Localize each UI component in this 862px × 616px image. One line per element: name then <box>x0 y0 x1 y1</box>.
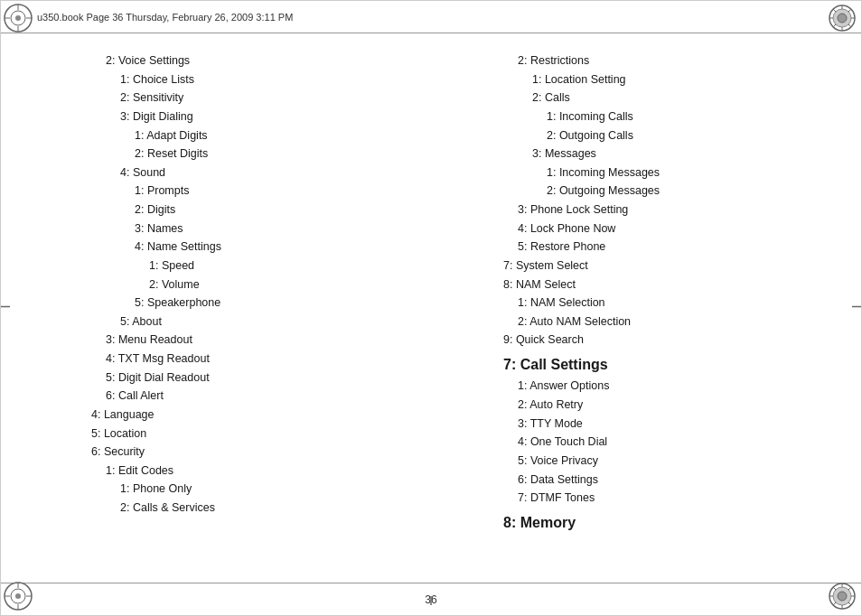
list-item: 2: Calls <box>503 89 843 107</box>
list-item: 5: Restore Phone <box>503 238 843 257</box>
list-item: 6: Call Alert <box>91 387 431 406</box>
corner-decoration-bl <box>3 581 35 613</box>
list-item: 5: Digit Dial Readout <box>91 369 431 387</box>
list-item: 1: Adapt Digits <box>91 126 431 145</box>
list-item: 1: Edit Codes <box>91 462 431 481</box>
list-item: 1: Incoming Calls <box>503 107 843 126</box>
list-item: 3: Digit Dialing <box>91 107 431 126</box>
svg-line-35 <box>833 587 836 590</box>
list-item: 5: Speakerphone <box>91 294 431 313</box>
right-column: 2: Restrictions1: Location Setting2: Cal… <box>449 51 861 565</box>
list-item: 2: Sensitivity <box>91 89 431 107</box>
corner-decoration-br <box>827 581 859 613</box>
list-item: 1: Prompts <box>91 182 431 201</box>
list-item: 5: Voice Privacy <box>503 452 843 471</box>
list-item: 3: Menu Readout <box>91 331 431 350</box>
list-item: 7: DTMF Tones <box>503 489 843 508</box>
svg-point-9 <box>838 14 847 23</box>
list-item: 4: Name Settings <box>91 238 431 257</box>
list-item: 2: Digits <box>91 201 431 219</box>
list-item: 2: Outgoing Calls <box>503 126 843 145</box>
svg-line-16 <box>848 9 851 12</box>
list-item: 2: Calls & Services <box>91 499 431 518</box>
header-text: u350.book Page 36 Thursday, February 26,… <box>37 12 293 23</box>
list-item: 1: Phone Only <box>91 480 431 499</box>
svg-point-30 <box>838 592 847 601</box>
list-item: 1: Choice Lists <box>91 70 431 89</box>
list-item: 2: Restrictions <box>503 51 843 70</box>
svg-line-14 <box>833 9 836 12</box>
svg-line-38 <box>833 602 836 605</box>
svg-line-37 <box>848 587 851 590</box>
list-item: 3: Names <box>91 219 431 238</box>
list-item: 2: Voice Settings <box>91 51 431 70</box>
list-item: 4: Lock Phone Now <box>503 219 843 238</box>
list-item: 3: TTY Mode <box>503 415 843 434</box>
list-item: 6: Data Settings <box>503 471 843 490</box>
list-item: 2: Auto Retry <box>503 396 843 415</box>
list-item: 4: TXT Msg Readout <box>91 350 431 369</box>
header-bar: u350.book Page 36 Thursday, February 26,… <box>1 1 861 33</box>
list-item: 5: About <box>91 313 431 331</box>
list-item: 2: Auto NAM Selection <box>503 313 843 331</box>
svg-point-2 <box>15 15 21 21</box>
list-item: 3: Messages <box>503 145 843 163</box>
page-container: u350.book Page 36 Thursday, February 26,… <box>0 0 862 616</box>
content-area: 2: Voice Settings1: Choice Lists2: Sensi… <box>1 33 861 583</box>
svg-point-22 <box>15 593 21 599</box>
list-item: 1: Incoming Messages <box>503 163 843 182</box>
svg-line-36 <box>848 602 851 605</box>
list-item: 2: Volume <box>91 275 431 294</box>
list-item: 5: Location <box>91 425 431 443</box>
list-item: 4: One Touch Dial <box>503 433 843 452</box>
list-item: 1: Answer Options <box>503 377 843 396</box>
list-item: 8: NAM Select <box>503 275 843 294</box>
list-item: 1: Location Setting <box>503 70 843 89</box>
list-item: 7: System Select <box>503 257 843 275</box>
corner-decoration-tl <box>3 3 35 35</box>
svg-line-17 <box>833 24 836 27</box>
list-item: 2: Outgoing Messages <box>503 182 843 201</box>
list-item: 3: Phone Lock Setting <box>503 201 843 219</box>
list-item: 4: Sound <box>91 163 431 182</box>
list-item: 6: Security <box>91 443 431 462</box>
svg-line-15 <box>848 24 851 27</box>
list-item: 4: Language <box>91 406 431 425</box>
bottom-center-tick <box>422 594 440 608</box>
bottom-bar: 36 <box>1 583 861 615</box>
list-item: 9: Quick Search <box>503 331 843 350</box>
list-item: 1: NAM Selection <box>503 294 843 313</box>
list-item: 8: Memory <box>503 511 843 535</box>
list-item: 7: Call Settings <box>503 353 843 377</box>
list-item: 2: Reset Digits <box>91 145 431 163</box>
left-column: 2: Voice Settings1: Choice Lists2: Sensi… <box>1 51 449 565</box>
list-item: 1: Speed <box>91 257 431 275</box>
corner-decoration-tr <box>827 3 859 35</box>
